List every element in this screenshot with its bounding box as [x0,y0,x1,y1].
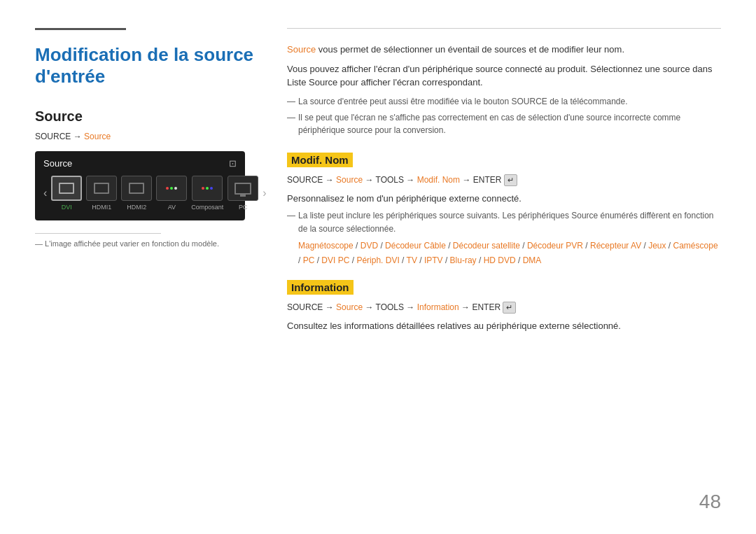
source-panel: Source ⊡ ‹ DVI HDMI1 [35,151,245,220]
device-av-label: AV [168,204,176,211]
link-dma: DMA [523,255,542,265]
dot-red [166,187,169,190]
intro-text-suffix: vous permet de sélectionner un éventail … [316,44,624,55]
page-number: 48 [699,491,721,513]
cmd-source-prefix: SOURCE [287,175,323,185]
breadcrumb: SOURCE → Source [35,132,259,141]
left-column: Modification de la source d'entrée Sourc… [35,28,259,506]
section-modif-nom-heading: Modif. Nom [287,153,353,167]
cmd-info-source: Source [336,302,363,312]
comp-dot-red [202,187,204,190]
cmd-info-arrow1: → [326,302,336,312]
cmd-arrow3: → [406,175,416,185]
cmd-arrow4: → [462,175,472,185]
cmd-info-arrow3: → [406,302,416,312]
page-title: Modification de la source d'entrée [35,44,259,87]
source-devices: ‹ DVI HDMI1 [43,176,237,211]
top-rule-right [287,28,721,29]
link-periph-dvi: Périph. DVI [356,255,399,265]
right-column: Source vous permet de sélectionner un év… [287,28,721,506]
device-hdmi2[interactable]: HDMI2 [121,176,152,211]
breadcrumb-link: Source [84,132,111,141]
section-title: Source [35,108,259,125]
link-magnetoscope: Magnétoscope [298,241,354,251]
link-recepteur-av: Récepteur AV [590,241,641,251]
av-dots-icon [166,187,177,190]
source-panel-icon: ⊡ [229,158,237,169]
link-camescope: Caméscope [673,241,718,251]
link-jeux: Jeux [648,241,666,251]
cmd-info-tools: TOOLS [376,302,404,312]
breadcrumb-arrow: → [74,132,84,141]
intro-text-2: Vous pouvez afficher l'écran d'un périph… [287,62,721,90]
source-panel-header: Source ⊡ [43,158,237,169]
device-composant-box [192,176,223,201]
intro-text-1: Source vous permet de sélectionner un év… [287,43,721,57]
cmd-info-arrow2: → [365,302,375,312]
cmd-info-enter: ENTER [472,302,500,312]
breadcrumb-prefix: SOURCE [35,132,71,141]
link-hd-dvd: HD DVD [484,255,516,265]
enter-icon-2: ↵ [503,302,516,314]
right-arrow-icon[interactable]: › [262,187,266,199]
device-dvi-label: DVI [62,204,72,211]
link-tv: TV [407,255,417,265]
link-decodeur-sat: Décodeur satellite [453,241,520,251]
device-dvi-box [51,176,82,201]
link-iptv: IPTV [424,255,443,265]
cmd-source-link: Source [336,175,363,185]
device-hdmi1-box [86,176,117,201]
cmd-info-link: Information [417,302,459,312]
source-panel-title: Source [43,158,72,169]
command-line-modif: SOURCE → Source → TOOLS → Modif. Nom → E… [287,174,721,186]
note-line-modif: La liste peut inclure les périphériques … [287,209,721,236]
body-text-info: Consultez les informations détaillées re… [287,319,721,333]
device-hdmi2-box [121,176,152,201]
section-information-heading: Information [287,280,354,295]
body-text-modif: Personnalisez le nom d'un périphérique e… [287,192,721,206]
device-pc[interactable]: PC [227,176,258,211]
device-links-line: Magnétoscope / DVD / Décodeur Câble / Dé… [298,239,721,267]
footnote-rule [35,233,161,234]
cmd-info-prefix: SOURCE [287,302,323,312]
device-hdmi2-label: HDMI2 [127,204,146,211]
device-composant[interactable]: Composant [191,176,223,211]
hdmi1-icon [94,183,109,194]
footnote: — L'image affichée peut varier en foncti… [35,239,259,248]
note-modif-source: Source [571,211,598,220]
cmd-arrow2: → [365,175,375,185]
cmd-tools: TOOLS [376,175,404,185]
note-modif-prefix: La liste peut inclure les périphériques … [298,211,571,220]
link-dvd: DVD [360,241,378,251]
monitor-icon [59,183,74,194]
intro-source-link: Source [287,44,316,55]
note-text-2: Il se peut que l'écran ne s'affiche pas … [287,111,721,136]
command-line-info: SOURCE → Source → TOOLS → Information → … [287,302,721,314]
cmd-info-arrow4: → [461,302,472,312]
cmd-enter: ENTER [473,175,502,185]
device-dvi[interactable]: DVI [51,176,82,211]
left-arrow-icon[interactable]: ‹ [43,187,47,199]
link-blu-ray: Blu-ray [450,255,477,265]
composant-dots-icon [202,187,213,190]
cmd-arrow1: → [326,175,336,185]
hdmi2-icon [129,183,144,194]
link-decodeur-cable: Décodeur Câble [385,241,446,251]
device-hdmi1[interactable]: HDMI1 [86,176,117,211]
pc-icon [234,183,251,195]
cmd-modif-link: Modif. Nom [417,175,460,185]
comp-dot-blue [210,187,213,190]
note-text-1: La source d'entrée peut aussi être modif… [287,95,721,108]
device-av[interactable]: AV [156,176,187,211]
device-av-box [156,176,187,201]
enter-icon-1: ↵ [504,174,517,186]
link-pc: PC [303,255,315,265]
device-pc-box [227,176,258,201]
device-pc-label: PC [239,204,248,211]
comp-dot-green [206,187,209,190]
dot-white [174,187,177,190]
dot-green [170,187,173,190]
top-rule-left [35,28,126,30]
link-decodeur-pvr: Décodeur PVR [527,241,583,251]
device-hdmi1-label: HDMI1 [92,204,111,211]
